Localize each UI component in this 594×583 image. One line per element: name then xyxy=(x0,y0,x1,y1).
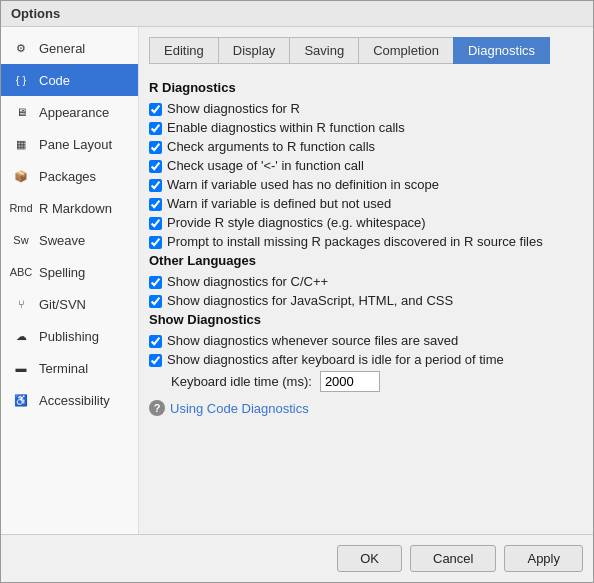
checkbox-show-diagnostics-r[interactable] xyxy=(149,103,162,116)
label-show-diagnostics-r: Show diagnostics for R xyxy=(167,101,300,116)
sidebar-item-packages[interactable]: 📦Packages xyxy=(1,160,138,192)
label-prompt-install: Prompt to install missing R packages dis… xyxy=(167,234,543,249)
sidebar-label-accessibility: Accessibility xyxy=(39,393,110,408)
check-row-show-diagnostics-r: Show diagnostics for R xyxy=(149,101,583,116)
tab-completion[interactable]: Completion xyxy=(358,37,453,64)
checkbox-prompt-install[interactable] xyxy=(149,236,162,249)
sidebar-item-accessibility[interactable]: ♿Accessibility xyxy=(1,384,138,416)
label-show-when-saved: Show diagnostics whenever source files a… xyxy=(167,333,458,348)
sidebar: ⚙General{ }Code🖥Appearance▦Pane Layout📦P… xyxy=(1,27,139,534)
sidebar-item-spelling[interactable]: ABCSpelling xyxy=(1,256,138,288)
section-title-show-diagnostics: Show Diagnostics xyxy=(149,312,583,327)
spelling-icon: ABC xyxy=(11,262,31,282)
check-row-warn-defined-not-used: Warn if variable is defined but not used xyxy=(149,196,583,211)
sidebar-label-appearance: Appearance xyxy=(39,105,109,120)
tab-diagnostics[interactable]: Diagnostics xyxy=(453,37,550,64)
r-markdown-icon: Rmd xyxy=(11,198,31,218)
check-row-show-when-saved: Show diagnostics whenever source files a… xyxy=(149,333,583,348)
check-row-r-style-diagnostics: Provide R style diagnostics (e.g. whites… xyxy=(149,215,583,230)
sidebar-label-terminal: Terminal xyxy=(39,361,88,376)
check-row-prompt-install: Prompt to install missing R packages dis… xyxy=(149,234,583,249)
apply-button[interactable]: Apply xyxy=(504,545,583,572)
tab-editing[interactable]: Editing xyxy=(149,37,218,64)
keyboard-idle-label: Keyboard idle time (ms): xyxy=(171,374,312,389)
section-title-r-diagnostics: R Diagnostics xyxy=(149,80,583,95)
pane-layout-icon: ▦ xyxy=(11,134,31,154)
checkbox-check-arguments[interactable] xyxy=(149,141,162,154)
tabs-bar: EditingDisplaySavingCompletionDiagnostic… xyxy=(149,37,583,64)
check-row-show-diagnostics-cpp: Show diagnostics for C/C++ xyxy=(149,274,583,289)
sidebar-item-appearance[interactable]: 🖥Appearance xyxy=(1,96,138,128)
sidebar-item-pane-layout[interactable]: ▦Pane Layout xyxy=(1,128,138,160)
checkbox-show-diagnostics-cpp[interactable] xyxy=(149,276,162,289)
help-icon: ? xyxy=(149,400,165,416)
sidebar-label-packages: Packages xyxy=(39,169,96,184)
check-row-check-usage: Check usage of '<-' in function call xyxy=(149,158,583,173)
accessibility-icon: ♿ xyxy=(11,390,31,410)
sidebar-item-code[interactable]: { }Code xyxy=(1,64,138,96)
tab-saving[interactable]: Saving xyxy=(289,37,358,64)
sidebar-label-general: General xyxy=(39,41,85,56)
sidebar-item-git-svn[interactable]: ⑂Git/SVN xyxy=(1,288,138,320)
label-enable-diagnostics-within: Enable diagnostics within R function cal… xyxy=(167,120,405,135)
keyboard-idle-row: Keyboard idle time (ms): xyxy=(171,371,583,392)
checkbox-warn-defined-not-used[interactable] xyxy=(149,198,162,211)
help-link[interactable]: ?Using Code Diagnostics xyxy=(149,400,583,416)
label-check-usage: Check usage of '<-' in function call xyxy=(167,158,364,173)
checkbox-r-style-diagnostics[interactable] xyxy=(149,217,162,230)
general-icon: ⚙ xyxy=(11,38,31,58)
git-svn-icon: ⑂ xyxy=(11,294,31,314)
keyboard-idle-input[interactable] xyxy=(320,371,380,392)
sidebar-item-publishing[interactable]: ☁Publishing xyxy=(1,320,138,352)
cancel-button[interactable]: Cancel xyxy=(410,545,496,572)
code-icon: { } xyxy=(11,70,31,90)
check-row-warn-no-def: Warn if variable used has no definition … xyxy=(149,177,583,192)
checkbox-show-when-saved[interactable] xyxy=(149,335,162,348)
window-title: Options xyxy=(11,6,60,21)
check-row-show-keyboard-idle: Show diagnostics after keyboard is idle … xyxy=(149,352,583,367)
label-warn-no-def: Warn if variable used has no definition … xyxy=(167,177,439,192)
sidebar-item-r-markdown[interactable]: RmdR Markdown xyxy=(1,192,138,224)
main-panel: EditingDisplaySavingCompletionDiagnostic… xyxy=(139,27,593,534)
tab-display[interactable]: Display xyxy=(218,37,290,64)
check-row-enable-diagnostics-within: Enable diagnostics within R function cal… xyxy=(149,120,583,135)
label-r-style-diagnostics: Provide R style diagnostics (e.g. whites… xyxy=(167,215,426,230)
packages-icon: 📦 xyxy=(11,166,31,186)
sidebar-label-publishing: Publishing xyxy=(39,329,99,344)
label-show-keyboard-idle: Show diagnostics after keyboard is idle … xyxy=(167,352,504,367)
label-warn-defined-not-used: Warn if variable is defined but not used xyxy=(167,196,391,211)
label-show-diagnostics-js: Show diagnostics for JavaScript, HTML, a… xyxy=(167,293,453,308)
sidebar-label-sweave: Sweave xyxy=(39,233,85,248)
sidebar-item-general[interactable]: ⚙General xyxy=(1,32,138,64)
checkbox-show-keyboard-idle[interactable] xyxy=(149,354,162,367)
check-row-show-diagnostics-js: Show diagnostics for JavaScript, HTML, a… xyxy=(149,293,583,308)
ok-button[interactable]: OK xyxy=(337,545,402,572)
diagnostics-panel: R DiagnosticsShow diagnostics for REnabl… xyxy=(149,76,583,524)
check-row-check-arguments: Check arguments to R function calls xyxy=(149,139,583,154)
sidebar-label-spelling: Spelling xyxy=(39,265,85,280)
checkbox-check-usage[interactable] xyxy=(149,160,162,173)
checkbox-enable-diagnostics-within[interactable] xyxy=(149,122,162,135)
footer: OK Cancel Apply xyxy=(1,534,593,582)
publishing-icon: ☁ xyxy=(11,326,31,346)
section-title-other-languages: Other Languages xyxy=(149,253,583,268)
sidebar-label-pane-layout: Pane Layout xyxy=(39,137,112,152)
appearance-icon: 🖥 xyxy=(11,102,31,122)
sidebar-item-sweave[interactable]: SwSweave xyxy=(1,224,138,256)
checkbox-show-diagnostics-js[interactable] xyxy=(149,295,162,308)
terminal-icon: ▬ xyxy=(11,358,31,378)
title-bar: Options xyxy=(1,1,593,27)
sidebar-label-r-markdown: R Markdown xyxy=(39,201,112,216)
checkbox-warn-no-def[interactable] xyxy=(149,179,162,192)
label-check-arguments: Check arguments to R function calls xyxy=(167,139,375,154)
sweave-icon: Sw xyxy=(11,230,31,250)
label-show-diagnostics-cpp: Show diagnostics for C/C++ xyxy=(167,274,328,289)
help-link-label: Using Code Diagnostics xyxy=(170,401,309,416)
sidebar-label-code: Code xyxy=(39,73,70,88)
options-window: Options ⚙General{ }Code🖥Appearance▦Pane … xyxy=(0,0,594,583)
sidebar-item-terminal[interactable]: ▬Terminal xyxy=(1,352,138,384)
sidebar-label-git-svn: Git/SVN xyxy=(39,297,86,312)
